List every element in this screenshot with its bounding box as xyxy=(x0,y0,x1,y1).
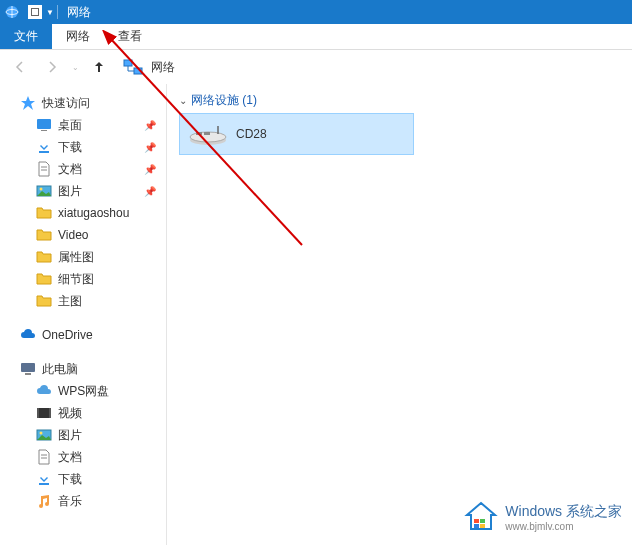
cloud-disk-icon xyxy=(36,383,52,399)
tab-file[interactable]: 文件 xyxy=(0,24,52,49)
sidebar-item-folder-video[interactable]: Video xyxy=(0,224,166,246)
breadcrumb-text: 网络 xyxy=(151,59,175,76)
music-icon xyxy=(36,493,52,509)
star-icon xyxy=(20,95,36,111)
qat-dropdown-icon[interactable]: ▼ xyxy=(46,8,54,17)
sidebar-label: 音乐 xyxy=(58,493,82,510)
address-network-icon xyxy=(123,59,143,75)
window-title: 网络 xyxy=(67,4,91,21)
svg-rect-7 xyxy=(39,151,49,153)
svg-rect-16 xyxy=(49,408,51,418)
sidebar-label: Video xyxy=(58,228,88,242)
svg-rect-3 xyxy=(124,60,132,66)
sidebar-item-video[interactable]: 视频 xyxy=(0,402,166,424)
folder-icon xyxy=(36,205,52,221)
sidebar-label: 细节图 xyxy=(58,271,94,288)
document-icon xyxy=(36,161,52,177)
up-button[interactable] xyxy=(87,55,111,79)
svg-rect-31 xyxy=(480,524,485,528)
sidebar-item-folder-main[interactable]: 主图 xyxy=(0,290,166,312)
pin-icon: 📌 xyxy=(144,142,156,153)
sidebar-item-thispc[interactable]: 此电脑 xyxy=(0,358,166,380)
nav-bar: ⌄ 网络 xyxy=(0,50,632,84)
svg-rect-4 xyxy=(134,68,142,74)
folder-icon xyxy=(36,227,52,243)
chevron-down-icon: ⌄ xyxy=(179,95,187,106)
svg-rect-14 xyxy=(37,408,51,418)
sidebar-item-documents[interactable]: 文档 📌 xyxy=(0,158,166,180)
ribbon-tabs: 文件 网络 查看 xyxy=(0,24,632,50)
pin-icon: 📌 xyxy=(144,186,156,197)
sidebar-item-folder-prop[interactable]: 属性图 xyxy=(0,246,166,268)
svg-rect-21 xyxy=(39,483,49,485)
pictures-icon xyxy=(36,183,52,199)
content-pane: ⌄ 网络设施 (1) CD28 xyxy=(167,84,632,545)
sidebar-item-downloads2[interactable]: 下载 xyxy=(0,468,166,490)
sidebar-item-desktop[interactable]: 桌面 📌 xyxy=(0,114,166,136)
sidebar-item-quick-access[interactable]: 快速访问 xyxy=(0,92,166,114)
svg-rect-5 xyxy=(37,119,51,129)
pin-icon: 📌 xyxy=(144,164,156,175)
sidebar-item-onedrive[interactable]: OneDrive xyxy=(0,324,166,346)
svg-rect-15 xyxy=(37,408,39,418)
watermark-url: www.bjmlv.com xyxy=(505,521,622,532)
back-button[interactable] xyxy=(8,55,32,79)
title-bar: ▼ 网络 xyxy=(0,0,632,24)
network-app-icon xyxy=(4,4,20,20)
network-device-cd28[interactable]: CD28 xyxy=(179,113,414,155)
folder-icon xyxy=(36,293,52,309)
sidebar-label: 下载 xyxy=(58,139,82,156)
sidebar-label: 下载 xyxy=(58,471,82,488)
video-icon xyxy=(36,405,52,421)
sidebar-item-folder-detail[interactable]: 细节图 xyxy=(0,268,166,290)
main-area: 快速访问 桌面 📌 下载 📌 文档 📌 图片 📌 xyxy=(0,84,632,545)
document-icon xyxy=(36,449,52,465)
sidebar-item-pictures2[interactable]: 图片 xyxy=(0,424,166,446)
desktop-icon xyxy=(36,117,52,133)
sidebar-label: 属性图 xyxy=(58,249,94,266)
tab-view[interactable]: 查看 xyxy=(104,24,156,49)
svg-rect-30 xyxy=(474,524,479,528)
sidebar-item-folder-xiatugaoshou[interactable]: xiatugaoshou xyxy=(0,202,166,224)
folder-icon xyxy=(36,249,52,265)
qat-separator xyxy=(57,5,58,19)
svg-rect-13 xyxy=(25,373,31,375)
svg-rect-12 xyxy=(21,363,35,372)
address-bar[interactable]: 网络 xyxy=(123,59,175,76)
pc-icon xyxy=(20,361,36,377)
svg-rect-24 xyxy=(196,132,202,135)
svg-rect-29 xyxy=(480,519,485,523)
pin-icon: 📌 xyxy=(144,120,156,131)
sidebar-label: xiatugaoshou xyxy=(58,206,129,220)
pictures-icon xyxy=(36,427,52,443)
forward-button[interactable] xyxy=(40,55,64,79)
group-header-network-devices[interactable]: ⌄ 网络设施 (1) xyxy=(179,92,620,109)
sidebar-item-pictures[interactable]: 图片 📌 xyxy=(0,180,166,202)
sidebar-label: 文档 xyxy=(58,161,82,178)
svg-point-18 xyxy=(40,432,43,435)
sidebar-label: WPS网盘 xyxy=(58,383,109,400)
svg-rect-28 xyxy=(474,519,479,523)
sidebar-label: 快速访问 xyxy=(42,95,90,112)
cloud-icon xyxy=(20,327,36,343)
svg-rect-6 xyxy=(41,130,47,131)
sidebar-item-wps[interactable]: WPS网盘 xyxy=(0,380,166,402)
watermark-brand: Windows 系统之家 xyxy=(505,503,622,519)
qat-properties-button[interactable] xyxy=(25,3,45,21)
sidebar-item-downloads[interactable]: 下载 📌 xyxy=(0,136,166,158)
group-label: 网络设施 (1) xyxy=(191,92,257,109)
watermark: Windows 系统之家 www.bjmlv.com xyxy=(463,499,622,535)
router-icon xyxy=(188,120,228,148)
history-dropdown-icon[interactable]: ⌄ xyxy=(72,63,79,72)
folder-icon xyxy=(36,271,52,287)
sidebar-label: OneDrive xyxy=(42,328,93,342)
sidebar-item-documents2[interactable]: 文档 xyxy=(0,446,166,468)
svg-point-11 xyxy=(40,188,43,191)
sidebar-label: 桌面 xyxy=(58,117,82,134)
sidebar-label: 此电脑 xyxy=(42,361,78,378)
sidebar-label: 文档 xyxy=(58,449,82,466)
tab-network[interactable]: 网络 xyxy=(52,24,104,49)
sidebar-item-music[interactable]: 音乐 xyxy=(0,490,166,512)
device-label: CD28 xyxy=(236,127,267,141)
sidebar-label: 图片 xyxy=(58,427,82,444)
